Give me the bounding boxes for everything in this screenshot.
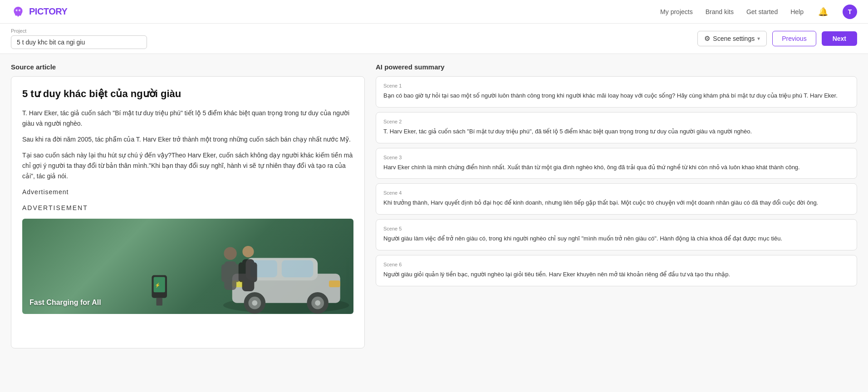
svg-point-21 bbox=[224, 247, 236, 260]
logo[interactable]: PICTORY bbox=[11, 5, 67, 19]
navbar-right: My projects Brand kits Get started Help … bbox=[660, 5, 857, 19]
scene-text-5: Người giàu làm việc để trở nên giàu có, … bbox=[383, 234, 849, 244]
scene-label-6: Scene 6 bbox=[383, 262, 849, 267]
svg-point-7 bbox=[20, 10, 20, 11]
project-label: Project bbox=[11, 28, 147, 34]
scene-label-2: Scene 2 bbox=[383, 119, 849, 124]
scene-card-1[interactable]: Scene 1 Bạn có bao giờ tự hỏi tại sao mộ… bbox=[376, 76, 857, 108]
project-section: Project bbox=[11, 28, 147, 49]
scene-card-3[interactable]: Scene 3 Harv Eker chính là minh chứng đi… bbox=[376, 148, 857, 179]
scene-text-1: Bạn có bao giờ tự hỏi tại sao một số ngư… bbox=[383, 91, 849, 101]
svg-rect-27 bbox=[239, 262, 244, 282]
scene-card-6[interactable]: Scene 6 Người giàu giỏi quản lý tiền bạc… bbox=[376, 255, 857, 286]
scene-label-3: Scene 3 bbox=[383, 155, 849, 160]
source-article-title: Source article bbox=[11, 63, 365, 71]
scene-label-4: Scene 4 bbox=[383, 190, 849, 196]
ad-image: ⚡ Fast Charging for All bbox=[22, 219, 353, 314]
navbar-left: PICTORY bbox=[11, 5, 67, 19]
nav-get-started[interactable]: Get started bbox=[746, 8, 778, 15]
top-bar: Project ⚙ Scene settings ▾ Previous Next bbox=[0, 24, 868, 54]
scene-card-2[interactable]: Scene 2 T. Harv Eker, tác giả cuốn sách … bbox=[376, 112, 857, 143]
svg-point-18 bbox=[315, 300, 320, 306]
scene-settings-label: Scene settings bbox=[713, 35, 755, 42]
navbar: PICTORY My projects Brand kits Get start… bbox=[0, 0, 868, 24]
nav-my-projects[interactable]: My projects bbox=[660, 8, 693, 15]
summary-title: AI powered summary bbox=[376, 63, 857, 71]
article-para-3: Tại sao cuốn sách này lại thu hút sự chú… bbox=[22, 150, 353, 181]
scene-label-1: Scene 1 bbox=[383, 83, 849, 88]
scene-text-3: Harv Eker chính là minh chứng điển hình … bbox=[383, 163, 849, 172]
scene-label-5: Scene 5 bbox=[383, 226, 849, 231]
article-box[interactable]: 5 tư duy khác biệt của người giàu T. Har… bbox=[11, 76, 365, 348]
charger-svg: ⚡ bbox=[148, 271, 171, 309]
advertisement-label: Advertisement bbox=[22, 187, 353, 197]
bell-icon: 🔔 bbox=[818, 7, 828, 16]
advertisement-label-big: ADVERTISEMENT bbox=[22, 203, 353, 213]
scene-text-6: Người giàu giỏi quản lý tiền bạc, người … bbox=[383, 270, 849, 279]
summary-panel: AI powered summary Scene 1 Bạn có bao gi… bbox=[365, 63, 857, 382]
article-para-1: T. Harv Eker, tác giả cuốn sách "Bí mật … bbox=[22, 108, 353, 129]
scene-card-5[interactable]: Scene 5 Người giàu làm việc để trở nên g… bbox=[376, 219, 857, 250]
scene-settings-button[interactable]: ⚙ Scene settings ▾ bbox=[697, 31, 767, 46]
avatar[interactable]: T bbox=[843, 5, 857, 19]
svg-point-25 bbox=[242, 246, 254, 257]
svg-rect-20 bbox=[329, 280, 340, 287]
nav-brand-kits[interactable]: Brand kits bbox=[706, 8, 734, 15]
svg-text:⚡: ⚡ bbox=[155, 282, 161, 288]
scene-text-2: T. Harv Eker, tác giả cuốn sách "Bí mật … bbox=[383, 127, 849, 137]
people-svg bbox=[218, 243, 261, 314]
previous-button[interactable]: Previous bbox=[772, 31, 816, 46]
main-content: Source article 5 tư duy khác biệt của ng… bbox=[0, 54, 868, 392]
scene-card-4[interactable]: Scene 4 Khi trưởng thành, Harv quyết địn… bbox=[376, 183, 857, 215]
top-bar-right: ⚙ Scene settings ▾ Previous Next bbox=[697, 31, 857, 46]
article-para-2: Sau khi ra đời năm 2005, tác phẩm của T.… bbox=[22, 134, 353, 145]
svg-rect-28 bbox=[252, 262, 257, 282]
nav-help[interactable]: Help bbox=[790, 8, 804, 15]
gear-icon: ⚙ bbox=[704, 34, 710, 43]
logo-icon bbox=[11, 5, 25, 19]
ad-image-text: Fast Charging for All bbox=[29, 299, 101, 307]
scenes-list: Scene 1 Bạn có bao giờ tự hỏi tại sao mộ… bbox=[376, 76, 857, 286]
source-panel: Source article 5 tư duy khác biệt của ng… bbox=[11, 63, 365, 382]
next-button[interactable]: Next bbox=[822, 31, 857, 46]
article-heading: 5 tư duy khác biệt của người giàu bbox=[22, 88, 353, 101]
svg-rect-12 bbox=[281, 260, 313, 277]
logo-text: PICTORY bbox=[29, 6, 67, 17]
notification-button[interactable]: 🔔 bbox=[816, 5, 830, 19]
svg-point-2 bbox=[17, 13, 20, 16]
svg-rect-23 bbox=[221, 264, 227, 282]
article-body: T. Harv Eker, tác giả cuốn sách "Bí mật … bbox=[22, 108, 353, 314]
svg-rect-32 bbox=[157, 298, 162, 306]
scene-text-4: Khi trưởng thành, Harv quyết định bỏ đại… bbox=[383, 198, 849, 208]
svg-point-6 bbox=[17, 10, 18, 11]
chevron-down-icon: ▾ bbox=[757, 35, 760, 42]
project-name-input[interactable] bbox=[11, 35, 147, 49]
